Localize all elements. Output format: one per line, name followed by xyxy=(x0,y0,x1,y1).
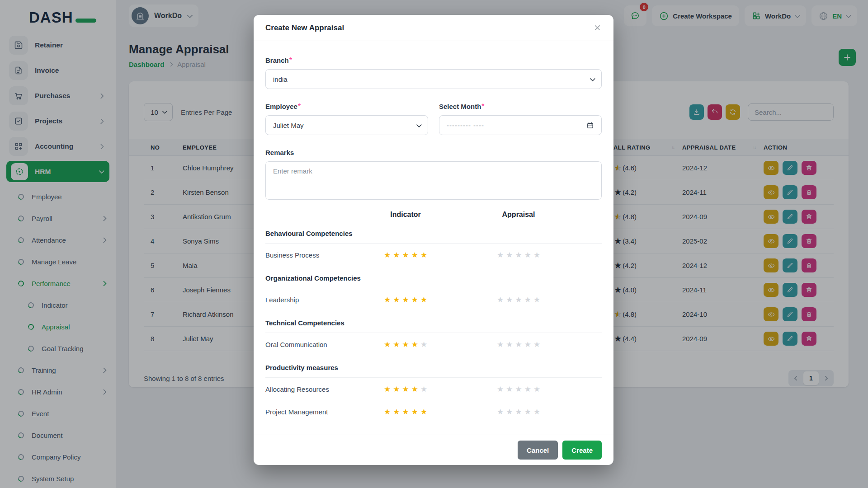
competency-row: Project Management★★★★★★★★★★ xyxy=(265,400,602,423)
employee-label: Employee xyxy=(265,103,297,110)
modal-footer: Cancel Create xyxy=(254,435,613,465)
create-appraisal-modal: Create New Appraisal Branch* india Emplo… xyxy=(254,15,613,465)
branch-label: Branch xyxy=(265,56,289,64)
competency-row: Allocating Resources★★★★★★★★★★ xyxy=(265,378,602,400)
competency-label: Project Management xyxy=(265,408,349,416)
appraisal-stars-input[interactable]: ★★★★★ xyxy=(462,385,575,393)
modal-title: Create New Appraisal xyxy=(265,23,344,33)
indicator-column-label: Indicator xyxy=(349,211,462,219)
competency-sections: Behavioural CompetenciesBusiness Process… xyxy=(265,230,602,423)
select-month-label: Select Month xyxy=(439,103,481,110)
chevron-down-icon xyxy=(416,122,422,127)
competency-label: Leadership xyxy=(265,296,349,304)
indicator-stars: ★★★★★ xyxy=(349,251,462,259)
modal-header: Create New Appraisal xyxy=(254,15,613,41)
indicator-stars: ★★★★★ xyxy=(349,408,462,416)
create-button[interactable]: Create xyxy=(562,441,602,460)
required-mark: * xyxy=(289,56,292,64)
competency-section-title: Organizational Competencies xyxy=(265,274,602,284)
appraisal-stars-input[interactable]: ★★★★★ xyxy=(462,408,575,416)
required-mark: * xyxy=(481,103,484,110)
branch-select[interactable]: india xyxy=(265,69,602,89)
appraisal-stars-input[interactable]: ★★★★★ xyxy=(462,341,575,348)
close-icon[interactable] xyxy=(593,23,602,32)
chevron-down-icon xyxy=(590,75,596,81)
competency-section-title: Technical Competencies xyxy=(265,319,602,329)
competency-row: Oral Communication★★★★★★★★★★ xyxy=(265,333,602,356)
rating-columns-header: Indicator Appraisal xyxy=(265,208,602,221)
indicator-stars: ★★★★★ xyxy=(349,296,462,304)
calendar-icon[interactable] xyxy=(586,122,594,129)
competency-section-title: Behavioural Competencies xyxy=(265,230,602,239)
indicator-stars: ★★★★★ xyxy=(349,385,462,393)
competency-label: Oral Communication xyxy=(265,341,349,348)
remarks-textarea[interactable] xyxy=(265,161,602,200)
employee-select[interactable]: Juliet May xyxy=(265,115,428,135)
competency-label: Business Process xyxy=(265,251,349,259)
month-input[interactable]: --------- ---- xyxy=(439,115,602,135)
competency-row: Leadership★★★★★★★★★★ xyxy=(265,288,602,311)
appraisal-stars-input[interactable]: ★★★★★ xyxy=(462,251,575,259)
cancel-button[interactable]: Cancel xyxy=(518,441,558,460)
competency-section-title: Productivity measures xyxy=(265,364,602,374)
remarks-label: Remarks xyxy=(265,149,294,156)
competency-label: Allocating Resources xyxy=(265,385,349,393)
modal-body: Branch* india Employee* Juliet May Selec… xyxy=(254,41,613,423)
appraisal-stars-input[interactable]: ★★★★★ xyxy=(462,296,575,304)
required-mark: * xyxy=(298,103,301,110)
indicator-stars: ★★★★★ xyxy=(349,341,462,348)
competency-row: Business Process★★★★★★★★★★ xyxy=(265,244,602,266)
appraisal-column-label: Appraisal xyxy=(462,211,575,219)
